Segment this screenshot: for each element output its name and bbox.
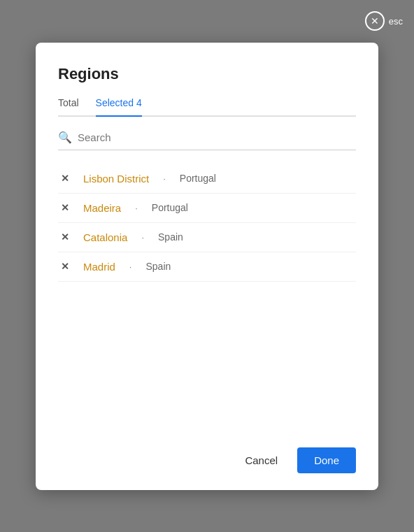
separator: ·	[129, 261, 132, 272]
region-name: Madrid	[83, 261, 115, 273]
region-name: Madeira	[83, 202, 121, 214]
tab-bar: Total Selected 4	[58, 97, 356, 117]
modal-dialog: Regions Total Selected 4 🔍 ✕ Lisbon Dist…	[36, 43, 378, 490]
separator: ·	[141, 232, 144, 243]
remove-lisbon-button[interactable]: ✕	[58, 173, 72, 184]
cancel-button[interactable]: Cancel	[236, 449, 286, 472]
region-list: ✕ Lisbon District · Portugal ✕ Madeira ·…	[58, 164, 356, 425]
region-country: Spain	[145, 261, 171, 272]
list-item: ✕ Madeira · Portugal	[58, 194, 356, 223]
esc-label: esc	[389, 16, 403, 27]
region-country: Portugal	[180, 173, 216, 184]
list-item: ✕ Lisbon District · Portugal	[58, 164, 356, 194]
tab-selected[interactable]: Selected 4	[96, 97, 142, 117]
close-icon: ✕	[365, 11, 385, 31]
separator: ·	[135, 203, 138, 213]
remove-catalonia-button[interactable]: ✕	[58, 231, 72, 243]
search-icon: 🔍	[58, 131, 72, 144]
remove-madeira-button[interactable]: ✕	[58, 202, 72, 213]
region-country: Portugal	[152, 202, 188, 213]
modal-title: Regions	[58, 65, 356, 83]
tab-total[interactable]: Total	[58, 97, 79, 117]
list-item: ✕ Catalonia · Spain	[58, 223, 356, 252]
search-bar: 🔍	[58, 131, 356, 150]
search-input[interactable]	[78, 131, 356, 143]
remove-madrid-button[interactable]: ✕	[58, 261, 72, 272]
list-item: ✕ Madrid · Spain	[58, 252, 356, 282]
done-button[interactable]: Done	[297, 447, 356, 473]
esc-button[interactable]: ✕ esc	[365, 11, 403, 31]
region-name: Catalonia	[83, 231, 127, 243]
region-country: Spain	[158, 231, 183, 243]
separator: ·	[163, 173, 166, 184]
region-name: Lisbon District	[83, 173, 149, 185]
modal-footer: Cancel Done	[58, 425, 356, 473]
